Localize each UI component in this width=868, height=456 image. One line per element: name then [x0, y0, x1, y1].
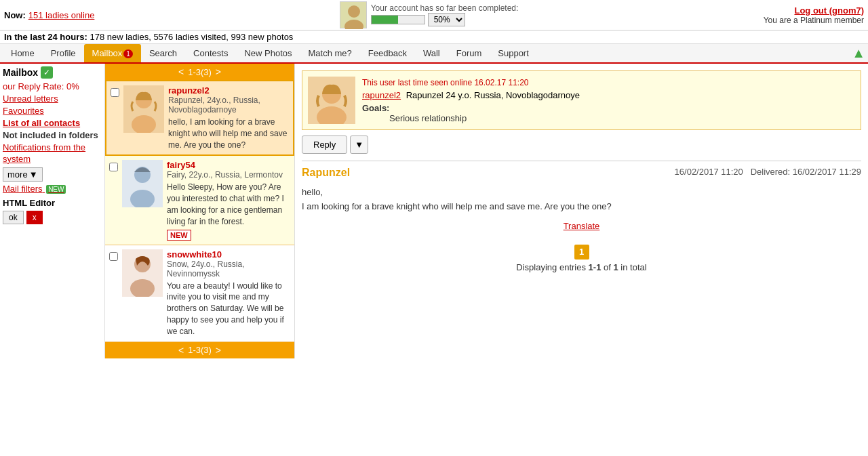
nav-search[interactable]: Search [141, 44, 185, 62]
msg-subtitle-3: Snow, 24y.o., Russia, Nevinnomyssk [167, 260, 290, 278]
mailbox-check-icon: ✓ [43, 68, 50, 77]
nav-feedback[interactable]: Feedback [360, 44, 415, 62]
mail-filters-link[interactable]: Mail filters NEW [3, 184, 66, 194]
message-from-name: Rapunzel [302, 167, 350, 179]
nav-profile[interactable]: Profile [43, 44, 84, 62]
msg-content-1: rapunzel2 Rapunzel, 24y.o., Russia, Novo… [168, 85, 289, 150]
reply-button[interactable]: Reply [302, 136, 347, 154]
mailbox-title-row: Mailbox ✓ [3, 66, 102, 79]
msg-text-1: hello, I am looking for a brave knight w… [168, 117, 289, 150]
message-body: hello, I am looking for a brave knight w… [302, 186, 861, 214]
progress-bar [371, 15, 425, 24]
translate-link[interactable]: Translate [302, 221, 861, 231]
progress-label: Your account has so far been completed: [371, 3, 519, 13]
message-divider [302, 161, 861, 161]
logout-link[interactable]: Log out (gnom7) [794, 5, 864, 16]
svg-point-0 [348, 5, 360, 18]
detail-goals: Goals: Serious relationship [362, 103, 855, 123]
checkbox-col-1 [111, 85, 119, 97]
nav-contests[interactable]: Contests [185, 44, 236, 62]
msg-content-2: fairy54 Fairy, 22y.o., Russia, Lermontov… [167, 160, 290, 240]
next-page-arrow[interactable]: > [216, 66, 221, 77]
msg-avatar-1 [123, 85, 164, 133]
msg-text-3: You are a beauty! I would like to invite… [167, 281, 290, 337]
notifications-link[interactable]: Notifications from the system [3, 142, 85, 164]
page-info-top: 1-3(3) [188, 67, 212, 77]
prev-page-arrow[interactable]: < [178, 66, 184, 77]
nav-bar: Home Profile Mailbox1 Search Contests Ne… [0, 44, 868, 64]
next-page-arrow-bottom[interactable]: > [216, 345, 221, 356]
msg-username-2: fairy54 [167, 160, 290, 170]
more-button[interactable]: more ▼ [3, 167, 43, 182]
new-tag-2: NEW [167, 230, 191, 241]
checkbox-col-3 [109, 249, 118, 261]
html-editor-title: HTML Editor [3, 198, 102, 208]
nav-wall[interactable]: Wall [415, 44, 448, 62]
msg-subtitle-2: Fairy, 22y.o., Russia, Lermontov [167, 170, 290, 180]
message-item-3[interactable]: snowwhite10 Snow, 24y.o., Russia, Nevinn… [105, 245, 294, 342]
msg-username-1: rapunzel2 [168, 85, 289, 96]
progress-area: 50% [371, 13, 519, 26]
message-detail: This user last time seen online 16.02.17… [295, 64, 868, 358]
top-left: Now: 151 ladies online [4, 10, 94, 20]
goals-value: Serious relationship [389, 113, 467, 123]
detail-name-row: rapunzel2 Rapunzel 24 y.o. Russia, Novob… [362, 90, 855, 100]
nav-home[interactable]: Home [3, 44, 43, 62]
msg-avatar-3 [122, 249, 163, 297]
prev-page-arrow-bottom[interactable]: < [178, 345, 184, 356]
new-badge: NEW [46, 185, 66, 194]
detail-info: This user last time seen online 16.02.17… [362, 78, 855, 123]
msg-text-2: Hello Sleepy, How are you? Are you inter… [167, 182, 290, 227]
checkbox-col-2 [109, 160, 118, 171]
nav-match[interactable]: Match me? [300, 44, 360, 62]
detail-seen: This user last time seen online 16.02.17… [362, 78, 855, 87]
nav-mailbox[interactable]: Mailbox1 [84, 44, 141, 62]
detail-avatar [308, 77, 355, 124]
pagination-bottom: < 1-3(3) > [105, 342, 294, 358]
message-item-1[interactable]: rapunzel2 Rapunzel, 24y.o., Russia, Novo… [105, 80, 294, 156]
top-profile-avatar [340, 1, 367, 28]
entries-badge: 1 [574, 245, 589, 260]
message-timestamp: 16/02/2017 11:20 Delivered: 16/02/2017 1… [675, 167, 861, 179]
svg-point-1 [344, 20, 363, 29]
html-editor-buttons: ok x [3, 211, 102, 224]
now-label: Now: [4, 10, 26, 20]
mailbox-badge: 1 [123, 49, 133, 58]
hours-prefix: In the last 24 hours: [4, 32, 87, 42]
message-from-row: Rapunzel 16/02/2017 11:20 Delivered: 16/… [302, 167, 861, 179]
sidebar: Mailbox ✓ our Reply Rate: 0% Unread lett… [0, 64, 105, 358]
message-list-panel: < 1-3(3) > rapunzel2 Rapunze [105, 64, 295, 358]
page-info-bottom: 1-3(3) [188, 345, 212, 355]
hours-bar: In the last 24 hours: 178 new ladies, 55… [0, 30, 868, 44]
message-item-2[interactable]: fairy54 Fairy, 22y.o., Russia, Lermontov… [105, 156, 294, 245]
list-all-contacts-link[interactable]: List of all contacts [3, 118, 102, 128]
html-cancel-button[interactable]: x [26, 211, 43, 224]
detail-full-name: Rapunzel 24 y.o. Russia, Novoblagodarnoy… [406, 90, 580, 100]
top-right: Log out (gnom7) You are a Platinum membe… [764, 5, 864, 25]
not-in-folders-link[interactable]: Not included in folders [3, 130, 102, 140]
ladies-online-link[interactable]: 151 ladies online [28, 10, 95, 20]
msg-subtitle-1: Rapunzel, 24y.o., Russia, Novoblagodarno… [168, 96, 289, 115]
msg-checkbox-2[interactable] [109, 163, 118, 171]
nav-support[interactable]: Support [490, 44, 537, 62]
progress-dropdown[interactable]: 50% [428, 13, 465, 26]
msg-checkbox-1[interactable] [111, 88, 119, 97]
entries-info: 1 Displaying entries 1-1 of 1 in total [302, 245, 861, 272]
mailbox-icon: ✓ [41, 66, 53, 79]
favourites-link[interactable]: Favourites [3, 106, 102, 116]
reply-dropdown-button[interactable]: ▼ [350, 136, 368, 154]
platinum-text: You are a Platinum member [764, 16, 864, 25]
main-layout: Mailbox ✓ our Reply Rate: 0% Unread lett… [0, 64, 868, 358]
reply-area: Reply ▼ [302, 136, 861, 154]
pagination-top: < 1-3(3) > [105, 64, 294, 80]
nav-forum[interactable]: Forum [448, 44, 490, 62]
msg-checkbox-3[interactable] [109, 252, 118, 261]
unread-letters-link[interactable]: Unread letters [3, 94, 102, 104]
detail-name-link[interactable]: rapunzel2 [362, 90, 401, 100]
nav-up-arrow[interactable]: ▲ [852, 45, 865, 61]
reply-rate: our Reply Rate: 0% [3, 81, 102, 91]
html-ok-button[interactable]: ok [3, 211, 24, 224]
nav-new-photos[interactable]: New Photos [236, 44, 300, 62]
top-center: Your account has so far been completed: … [340, 1, 519, 28]
hours-stats: 178 new ladies, 5576 ladies visited, 993… [90, 32, 293, 42]
